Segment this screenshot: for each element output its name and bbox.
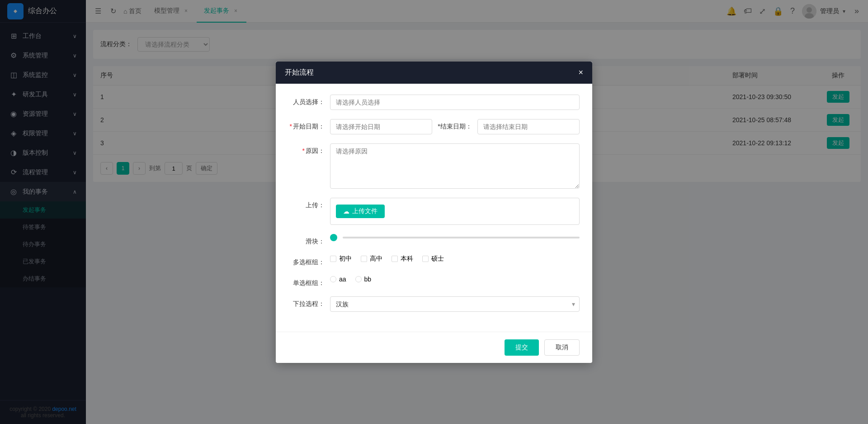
form-row-person: 人员选择： — [288, 95, 580, 110]
dialog-footer: 提交 取消 — [276, 332, 592, 363]
radio-group: aa bb — [330, 276, 580, 283]
radio-label: bb — [364, 276, 372, 283]
form-row-dates: 开始日期： *结束日期： — [288, 119, 580, 134]
dialog-header: 开始流程 × — [276, 62, 592, 84]
radio-label: aa — [339, 276, 346, 283]
checkbox-item-2[interactable]: 高中 — [361, 255, 382, 263]
label-reason: 原因： — [288, 143, 325, 155]
checkbox-label: 初中 — [339, 255, 352, 263]
end-date-input[interactable] — [477, 119, 580, 134]
checkbox-group: 初中 高中 本科 硕士 — [330, 255, 580, 263]
form-row-reason: 原因： — [288, 143, 580, 189]
submit-button[interactable]: 提交 — [505, 339, 539, 356]
upload-icon: ☁ — [343, 208, 349, 215]
radio-circle — [330, 276, 336, 282]
dialog-close-button[interactable]: × — [578, 68, 583, 76]
checkbox-box — [361, 256, 367, 262]
dialog: 开始流程 × 人员选择： 开始日期： *结束日期： 原因： — [276, 62, 592, 363]
form-row-dropdown: 下拉选程： 汉族 满族 回族 藏族 蒙古族 ▾ — [288, 296, 580, 312]
checkbox-box — [392, 256, 398, 262]
date-group: *结束日期： — [330, 119, 580, 134]
reason-textarea[interactable] — [330, 143, 580, 189]
label-upload: 上传： — [288, 198, 325, 210]
dialog-overlay[interactable]: 开始流程 × 人员选择： 开始日期： *结束日期： 原因： — [0, 0, 868, 424]
radio-item-bb[interactable]: bb — [355, 276, 372, 283]
checkbox-label: 高中 — [370, 255, 382, 263]
select-wrapper: 汉族 满族 回族 藏族 蒙古族 ▾ — [330, 296, 580, 312]
checkbox-item-3[interactable]: 本科 — [392, 255, 413, 263]
slider-container — [330, 234, 580, 241]
checkbox-label: 本科 — [401, 255, 413, 263]
form-row-radio: 单选框组： aa bb — [288, 276, 580, 287]
dropdown-select[interactable]: 汉族 满族 回族 藏族 蒙古族 — [330, 296, 580, 312]
dialog-body: 人员选择： 开始日期： *结束日期： 原因： 上传： — [276, 84, 592, 332]
label-radio: 单选框组： — [288, 276, 325, 287]
checkbox-item-4[interactable]: 硕士 — [422, 255, 444, 263]
slider-thumb — [330, 234, 337, 241]
upload-btn-label: 上传文件 — [352, 207, 377, 215]
dialog-title: 开始流程 — [285, 68, 314, 77]
checkbox-box — [330, 256, 336, 262]
cancel-button[interactable]: 取消 — [544, 339, 580, 356]
form-row-slider: 滑块： — [288, 234, 580, 246]
checkbox-item-1[interactable]: 初中 — [330, 255, 352, 263]
upload-button[interactable]: ☁ 上传文件 — [336, 205, 385, 218]
label-start-date: 开始日期： — [288, 119, 325, 131]
start-date-input[interactable] — [330, 119, 432, 134]
label-slider: 滑块： — [288, 234, 325, 246]
person-input[interactable] — [330, 95, 580, 110]
label-checkbox: 多选框组： — [288, 255, 325, 267]
checkbox-label: 硕士 — [431, 255, 444, 263]
upload-area: ☁ 上传文件 — [330, 198, 580, 225]
radio-circle — [355, 276, 362, 282]
form-row-upload: 上传： ☁ 上传文件 — [288, 198, 580, 225]
slider-track[interactable] — [343, 237, 580, 238]
checkbox-box — [422, 256, 429, 262]
form-row-checkbox: 多选框组： 初中 高中 本科 — [288, 255, 580, 267]
label-dropdown: 下拉选程： — [288, 296, 325, 308]
date-separator: *结束日期： — [438, 123, 472, 131]
radio-item-aa[interactable]: aa — [330, 276, 346, 283]
label-person: 人员选择： — [288, 95, 325, 106]
